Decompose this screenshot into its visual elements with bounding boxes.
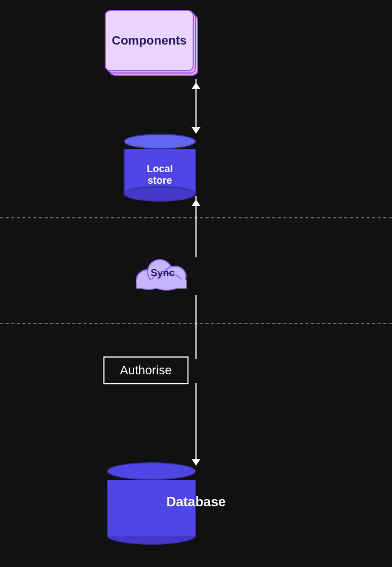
arrow-down-to-store (192, 127, 200, 134)
arrow-up-to-components (192, 82, 200, 89)
sync-cloud: Sync (129, 251, 196, 295)
components-wrapper: Components (105, 10, 194, 71)
components-box: Components (105, 10, 194, 71)
authorise-wrapper: Authorise (104, 356, 189, 384)
local-store-cylinder-bottom (124, 186, 196, 202)
database-cylinder-top (107, 462, 196, 480)
local-store-cylinder-top (124, 134, 196, 149)
svg-rect-4 (136, 280, 187, 289)
connector-authorise-to-db (195, 383, 197, 461)
authorise-box: Authorise (104, 356, 189, 384)
connector-sync-to-authorise (195, 295, 197, 359)
arrow-up-to-store (192, 199, 200, 206)
components-label: Components (112, 33, 187, 48)
sync-label: Sync (150, 267, 174, 279)
sync-wrapper: Sync (129, 251, 196, 295)
diagram-container: Components Local store Syn (0, 0, 392, 567)
local-store-wrapper: Local store (124, 134, 196, 202)
authorise-label: Authorise (120, 363, 172, 378)
database-label: Database (166, 494, 226, 510)
